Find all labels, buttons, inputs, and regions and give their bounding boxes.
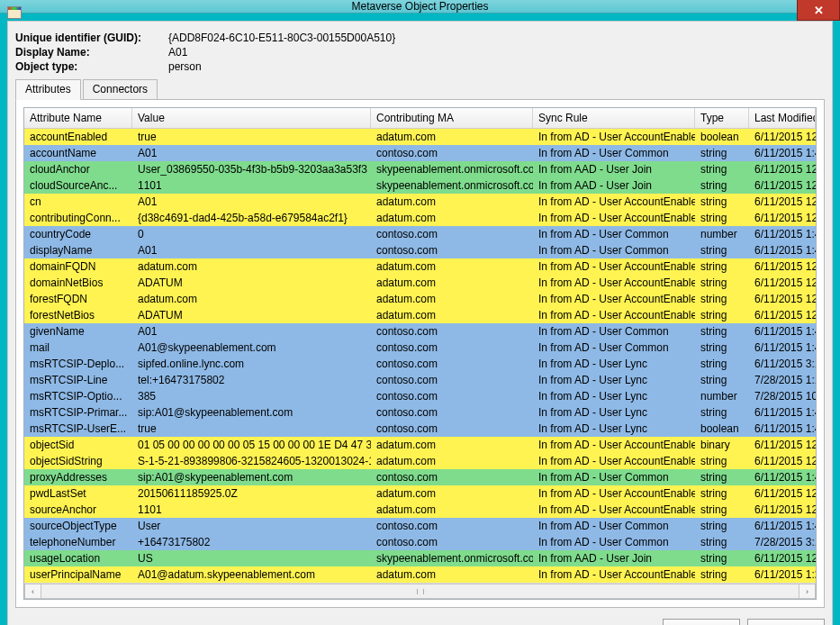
table-row[interactable]: objectSid01 05 00 00 00 00 00 05 15 00 0… bbox=[24, 437, 816, 453]
cell-value: adatum.com bbox=[132, 291, 371, 307]
table-row[interactable]: forestFQDNadatum.comadatum.comIn from AD… bbox=[24, 291, 816, 307]
grid-header: Attribute Name Value Contributing MA Syn… bbox=[24, 108, 816, 129]
object-type-label: Object type: bbox=[15, 59, 168, 74]
cell-contributing-ma: skypeenablement.onmicrosoft.com - AAD bbox=[371, 550, 533, 566]
cell-attribute-name: domainFQDN bbox=[24, 258, 132, 275]
table-row[interactable]: sourceObjectTypeUsercontoso.comIn from A… bbox=[24, 518, 816, 534]
table-row[interactable]: domainFQDNadatum.comadatum.comIn from AD… bbox=[24, 258, 816, 275]
cell-contributing-ma: adatum.com bbox=[371, 210, 533, 226]
table-row[interactable]: msRTCSIP-Primar...sip:A01@skypeenablemen… bbox=[24, 404, 816, 421]
cell-attribute-name: contributingConn... bbox=[24, 210, 132, 226]
title-bar[interactable]: Metaverse Object Properties ✕ bbox=[0, 0, 840, 14]
table-row[interactable]: accountEnabledtrueadatum.comIn from AD -… bbox=[24, 129, 816, 145]
cell-contributing-ma: adatum.com bbox=[371, 194, 533, 210]
table-row[interactable]: accountNameA01contoso.comIn from AD - Us… bbox=[24, 145, 816, 161]
cell-attribute-name: forestNetBios bbox=[24, 307, 132, 323]
cell-sync-rule: In from AD - User Lync bbox=[533, 372, 695, 388]
col-last-modified[interactable]: Last Modified bbox=[749, 108, 816, 128]
cell-type: string bbox=[695, 291, 749, 307]
window: Metaverse Object Properties ✕ Unique ide… bbox=[0, 0, 840, 625]
table-row[interactable]: msRTCSIP-Optio...385contoso.comIn from A… bbox=[24, 388, 816, 404]
cell-sync-rule: In from AD - User AccountEnabled bbox=[533, 453, 695, 469]
cell-sync-rule: In from AD - User AccountEnabled bbox=[533, 437, 695, 453]
table-row[interactable]: countryCode0contoso.comIn from AD - User… bbox=[24, 226, 816, 242]
table-row[interactable]: usageLocationUSskypeenablement.onmicroso… bbox=[24, 550, 816, 566]
cell-sync-rule: In from AD - User Lync bbox=[533, 421, 695, 437]
table-row[interactable]: contributingConn...{d38c4691-dad4-425b-a… bbox=[24, 210, 816, 226]
display-name-value: A01 bbox=[168, 45, 825, 59]
cell-sync-rule: In from AD - User AccountEnabled bbox=[533, 566, 695, 583]
table-row[interactable]: forestNetBiosADATUMadatum.comIn from AD … bbox=[24, 307, 816, 323]
cell-attribute-name: countryCode bbox=[24, 226, 132, 242]
scroll-track[interactable] bbox=[41, 584, 799, 599]
cell-last-modified: 6/11/2015 12:0 bbox=[749, 275, 816, 291]
cell-value: A01 bbox=[132, 145, 371, 161]
cell-last-modified: 6/11/2015 1:41 bbox=[749, 323, 816, 340]
table-row[interactable]: mailA01@skypeenablement.comcontoso.comIn… bbox=[24, 340, 816, 356]
table-row[interactable]: msRTCSIP-Deplo...sipfed.online.lync.comc… bbox=[24, 356, 816, 372]
close-icon[interactable]: ✕ bbox=[797, 0, 840, 21]
cell-value: US bbox=[132, 550, 371, 566]
table-row[interactable]: telephoneNumber+16473175802contoso.comIn… bbox=[24, 534, 816, 550]
cell-value: 0 bbox=[132, 226, 371, 242]
cell-contributing-ma: contoso.com bbox=[371, 242, 533, 258]
scroll-right-icon[interactable]: › bbox=[799, 584, 816, 599]
cell-type: string bbox=[695, 145, 749, 161]
help-button[interactable]: Help bbox=[747, 619, 825, 625]
cell-sync-rule: In from AD - User AccountEnabled bbox=[533, 307, 695, 323]
cell-sync-rule: In from AAD - User Join bbox=[533, 177, 695, 194]
cell-type: string bbox=[695, 518, 749, 534]
cell-last-modified: 6/11/2015 1:41 bbox=[749, 404, 816, 421]
table-row[interactable]: objectSidStringS-1-5-21-893899806-321582… bbox=[24, 453, 816, 469]
cell-contributing-ma: skypeenablement.onmicrosoft.com - AAD bbox=[371, 161, 533, 177]
table-row[interactable]: displayNameA01contoso.comIn from AD - Us… bbox=[24, 242, 816, 258]
table-row[interactable]: msRTCSIP-Linetel:+16473175802contoso.com… bbox=[24, 372, 816, 388]
tab-strip: Attributes Connectors bbox=[15, 79, 825, 100]
cell-attribute-name: usageLocation bbox=[24, 550, 132, 566]
cell-contributing-ma: adatum.com bbox=[371, 129, 533, 145]
table-row[interactable]: userPrincipalNameA01@adatum.skypeenablem… bbox=[24, 566, 816, 583]
col-attribute-name[interactable]: Attribute Name bbox=[24, 108, 132, 128]
cell-value: A01 bbox=[132, 242, 371, 258]
tab-attributes[interactable]: Attributes bbox=[15, 79, 81, 100]
table-row[interactable]: pwdLastSet20150611185925.0Zadatum.comIn … bbox=[24, 485, 816, 502]
cell-contributing-ma: adatum.com bbox=[371, 502, 533, 518]
col-sync-rule[interactable]: Sync Rule bbox=[533, 108, 695, 128]
scroll-left-icon[interactable]: ‹ bbox=[24, 584, 41, 599]
cell-last-modified: 6/11/2015 1:41 bbox=[749, 518, 816, 534]
cell-attribute-name: msRTCSIP-Primar... bbox=[24, 404, 132, 421]
table-row[interactable]: msRTCSIP-UserE...truecontoso.comIn from … bbox=[24, 421, 816, 437]
cell-last-modified: 6/11/2015 12:0 bbox=[749, 453, 816, 469]
table-row[interactable]: domainNetBiosADATUMadatum.comIn from AD … bbox=[24, 275, 816, 291]
main-panel: Unique identifier (GUID): {ADD8F024-6C10… bbox=[7, 21, 833, 625]
cell-type: string bbox=[695, 469, 749, 485]
table-row[interactable]: cloudSourceAnc...1101skypeenablement.onm… bbox=[24, 177, 816, 194]
tab-connectors[interactable]: Connectors bbox=[83, 79, 158, 99]
cell-value: adatum.com bbox=[132, 258, 371, 275]
table-row[interactable]: sourceAnchor1101adatum.comIn from AD - U… bbox=[24, 502, 816, 518]
table-row[interactable]: cnA01adatum.comIn from AD - User Account… bbox=[24, 194, 816, 210]
cell-value: sip:A01@skypeenablement.com bbox=[132, 404, 371, 421]
table-row[interactable]: givenNameA01contoso.comIn from AD - User… bbox=[24, 323, 816, 340]
cell-attribute-name: msRTCSIP-UserE... bbox=[24, 421, 132, 437]
col-contributing-ma[interactable]: Contributing MA bbox=[371, 108, 533, 128]
cell-contributing-ma: adatum.com bbox=[371, 291, 533, 307]
col-type[interactable]: Type bbox=[695, 108, 749, 128]
cell-type: string bbox=[695, 275, 749, 291]
col-value[interactable]: Value bbox=[132, 108, 371, 128]
close-button[interactable]: Close bbox=[663, 619, 740, 625]
grid-body[interactable]: accountEnabledtrueadatum.comIn from AD -… bbox=[24, 129, 816, 583]
cell-attribute-name: pwdLastSet bbox=[24, 485, 132, 502]
cell-last-modified: 6/11/2015 12:0 bbox=[749, 129, 816, 145]
cell-value: S-1-5-21-893899806-3215824605-1320013024… bbox=[132, 453, 371, 469]
cell-sync-rule: In from AAD - User Join bbox=[533, 161, 695, 177]
horizontal-scrollbar[interactable]: ‹ › bbox=[24, 583, 816, 599]
cell-attribute-name: msRTCSIP-Optio... bbox=[24, 388, 132, 404]
table-row[interactable]: cloudAnchorUser_03869550-035b-4f3b-b5b9-… bbox=[24, 161, 816, 177]
cell-contributing-ma: contoso.com bbox=[371, 469, 533, 485]
cell-value: A01@skypeenablement.com bbox=[132, 340, 371, 356]
table-row[interactable]: proxyAddressessip:A01@skypeenablement.co… bbox=[24, 469, 816, 485]
cell-type: string bbox=[695, 258, 749, 275]
cell-type: string bbox=[695, 550, 749, 566]
cell-contributing-ma: contoso.com bbox=[371, 421, 533, 437]
